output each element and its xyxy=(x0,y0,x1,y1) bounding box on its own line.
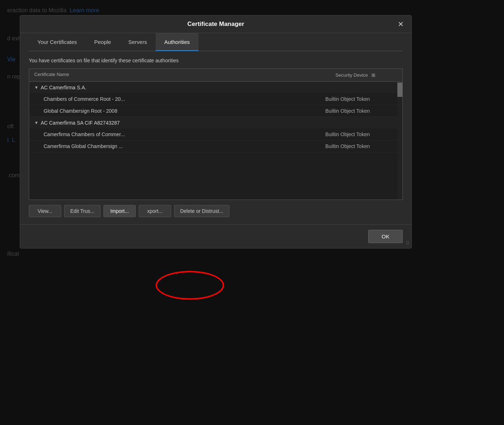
tab-servers[interactable]: Servers xyxy=(120,33,156,51)
close-button[interactable]: ✕ xyxy=(396,19,406,29)
export-button[interactable]: xport... xyxy=(139,205,171,217)
col-header-device: Security Device ⊞ xyxy=(330,69,402,81)
table-row[interactable]: Chambers of Commerce Root - 20... Builti… xyxy=(29,93,402,105)
description-text: You have certificates on file that ident… xyxy=(29,58,403,63)
tab-your-certificates[interactable]: Your Certificates xyxy=(29,33,86,51)
cert-device-4: Builtin Object Token xyxy=(325,143,397,149)
cert-group-1-header[interactable]: ▼ AC Camerfirma S.A. xyxy=(29,82,402,93)
dialog-title: Certificate Manager xyxy=(187,21,244,28)
import-button[interactable]: Import... xyxy=(103,205,136,217)
cert-group-1-label: AC Camerfirma S.A. xyxy=(41,85,86,90)
tab-people[interactable]: People xyxy=(86,33,120,51)
resize-handle[interactable]: ⠿ xyxy=(406,240,409,246)
edit-trust-button[interactable]: Edit Trus... xyxy=(64,205,101,217)
cert-name-2: Global Chambersign Root - 2008 xyxy=(44,108,325,114)
view-button[interactable]: View... xyxy=(29,205,61,217)
cert-device-1: Builtin Object Token xyxy=(325,96,397,102)
cert-name-1: Chambers of Commerce Root - 20... xyxy=(44,96,325,102)
ok-button[interactable]: OK xyxy=(368,230,403,243)
cert-device-3: Builtin Object Token xyxy=(325,131,397,137)
certificate-manager-dialog: Certificate Manager ✕ Your Certificates … xyxy=(20,15,412,249)
cert-group-2-label: AC Camerfirma SA CIF A82743287 xyxy=(41,120,120,126)
table-header: Certificate Name Security Device ⊞ xyxy=(29,69,402,82)
action-buttons: View... Edit Trus... Import... xport... … xyxy=(29,205,403,217)
chevron-down-icon: ▼ xyxy=(34,120,39,125)
dialog-body: Your Certificates People Servers Authori… xyxy=(20,33,411,224)
certificate-table: Certificate Name Security Device ⊞ ▼ AC … xyxy=(29,68,403,200)
table-row[interactable]: Camerfirma Global Chambersign ... Builti… xyxy=(29,140,402,152)
scrollbar-track[interactable] xyxy=(397,82,402,200)
dialog-header: Certificate Manager ✕ xyxy=(20,15,411,33)
table-row[interactable]: Global Chambersign Root - 2008 Builtin O… xyxy=(29,105,402,117)
scrollbar-thumb[interactable] xyxy=(397,82,402,97)
cert-group-2-header[interactable]: ▼ AC Camerfirma SA CIF A82743287 xyxy=(29,117,402,129)
tab-authorities[interactable]: Authorities xyxy=(156,33,199,51)
chevron-down-icon: ▼ xyxy=(34,85,39,90)
certificate-list[interactable]: ▼ AC Camerfirma S.A. Chambers of Commerc… xyxy=(29,82,402,199)
cert-name-4: Camerfirma Global Chambersign ... xyxy=(44,143,325,149)
column-options-button[interactable]: ⊞ xyxy=(370,72,377,79)
dialog-footer: OK xyxy=(20,224,411,248)
delete-distrust-button[interactable]: Delete or Distrust... xyxy=(174,205,229,217)
col-header-name: Certificate Name xyxy=(29,69,330,81)
table-row[interactable]: Camerfirma Chambers of Commer... Builtin… xyxy=(29,129,402,140)
cert-device-2: Builtin Object Token xyxy=(325,108,397,114)
tab-bar: Your Certificates People Servers Authori… xyxy=(29,33,403,51)
cert-name-3: Camerfirma Chambers of Commer... xyxy=(44,131,325,137)
